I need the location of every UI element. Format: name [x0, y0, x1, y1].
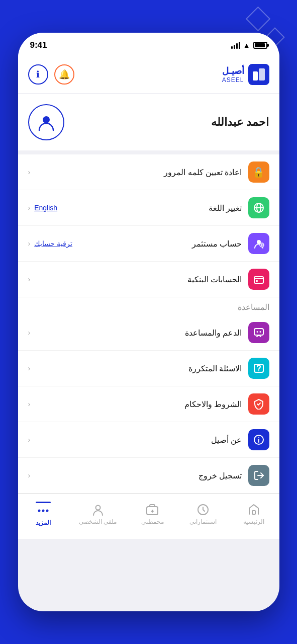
reset-password-icon: 🔒 [248, 162, 269, 183]
menu-item-left: الحسابات البنكية [187, 269, 269, 290]
investor-icon [248, 233, 269, 254]
svg-point-20 [95, 505, 100, 510]
svg-point-18 [42, 510, 44, 512]
battery-icon [253, 42, 267, 49]
status-icons: ▲ [231, 41, 267, 49]
chevron-icon: ‹ [28, 239, 31, 248]
more-icon [37, 504, 50, 517]
nav-item-home[interactable]: الرئيسية [239, 503, 269, 525]
menu-item-logout[interactable]: تسجيل خروج ‹ [18, 458, 279, 494]
chevron-icon: ‹ [28, 204, 31, 212]
faq-label: الاسئلة المتكررة [188, 364, 242, 373]
svg-rect-9 [256, 280, 258, 282]
language-right: English ‹ [28, 204, 58, 212]
signal-icon [231, 42, 240, 49]
menu-item-left: الشروط والاحكام [184, 393, 269, 415]
menu-item-bank-accounts[interactable]: الحسابات البنكية ‹ [18, 262, 279, 297]
menu-item-left: عن أصيل [211, 429, 269, 450]
svg-point-16 [258, 437, 259, 438]
svg-point-14 [258, 370, 259, 371]
profile-nav-icon [91, 503, 105, 516]
menu-item-change-language[interactable]: تغيير اللغة English ‹ [18, 190, 279, 226]
portfolio-label: محمطني [141, 518, 164, 525]
info-button[interactable]: ℹ [28, 64, 48, 85]
about-icon [248, 429, 269, 450]
home-icon [247, 503, 260, 516]
menu-content: 🔒 اعادة تعيين كلمه المرور ‹ تغيير اللغة [18, 154, 279, 494]
menu-item-investor-account[interactable]: حساب مستثمر ترقية حسابك ‹ [18, 226, 279, 262]
bank-icon [248, 269, 269, 290]
menu-item-faq[interactable]: الاسئلة المتكررة ‹ [18, 351, 279, 386]
menu-item-left: الدعم والمساعدة [185, 322, 269, 343]
profile-avatar[interactable] [28, 104, 64, 140]
nav-item-more[interactable]: المزيد [28, 502, 58, 526]
nav-item-investments[interactable]: استثماراتي [188, 503, 218, 525]
svg-rect-8 [254, 277, 263, 283]
chevron-icon: ‹ [28, 329, 31, 337]
help-section-header: المساعدة [18, 297, 279, 315]
logo-arabic: أصيـل [222, 65, 244, 76]
profile-name: احمد عبدالله [211, 116, 269, 129]
bell-icon: 🔔 [59, 69, 70, 80]
upgrade-label: ترقية حسابك [34, 239, 72, 248]
info-icon: ℹ [36, 69, 40, 80]
nav-active-indicator [36, 502, 51, 503]
chevron-icon: ‹ [28, 436, 31, 444]
logo: أصيـل ASEEL [222, 64, 269, 85]
svg-rect-0 [253, 71, 258, 80]
change-language-label: تغيير اللغة [209, 204, 242, 212]
support-label: الدعم والمساعدة [185, 328, 242, 338]
logo-text: أصيـل ASEEL [222, 65, 244, 84]
menu-item-terms[interactable]: الشروط والاحكام ‹ [18, 386, 279, 422]
investor-label: حساب مستثمر [192, 239, 242, 249]
wifi-icon: ▲ [243, 41, 250, 49]
bg-diamond-1 [246, 7, 270, 31]
investments-label: استثماراتي [189, 518, 217, 525]
investor-right: ترقية حسابك ‹ [28, 239, 73, 248]
svg-rect-1 [259, 68, 265, 80]
menu-item-left: تسجيل خروج [199, 465, 269, 486]
bottom-nav: المزيد ملفي الشخصي محمطني است [18, 494, 279, 539]
logo-icon [248, 64, 269, 85]
chevron-icon: ‹ [28, 275, 31, 283]
menu-item-left: الاسئلة المتكررة [188, 358, 269, 379]
profile-section: احمد عبدالله [18, 94, 279, 150]
language-current: English [34, 204, 57, 212]
svg-point-17 [38, 510, 40, 512]
svg-rect-23 [252, 511, 255, 514]
reset-password-label: اعادة تعيين كلمه المرور [164, 168, 242, 177]
logo-english: ASEEL [222, 76, 244, 84]
notification-button[interactable]: 🔔 [54, 64, 74, 85]
menu-item-about[interactable]: عن أصيل ‹ [18, 422, 279, 458]
menu-item-reset-password[interactable]: 🔒 اعادة تعيين كلمه المرور ‹ [18, 154, 279, 190]
status-time: 9:41 [30, 40, 47, 50]
svg-point-19 [46, 510, 48, 512]
support-icon [248, 322, 269, 343]
change-language-icon [248, 197, 269, 218]
menu-item-left: 🔒 اعادة تعيين كلمه المرور [164, 162, 269, 183]
chevron-icon: ‹ [28, 471, 31, 479]
header: ℹ 🔔 أصيـل ASEEL [18, 58, 279, 93]
language-labels: تغيير اللغة [209, 203, 242, 213]
status-bar: 9:41 ▲ [18, 33, 279, 58]
menu-item-support[interactable]: الدعم والمساعدة ‹ [18, 315, 279, 351]
more-label: المزيد [36, 519, 51, 526]
menu-item-left: حساب مستثمر [192, 233, 269, 254]
investments-icon [196, 503, 210, 516]
menu-item-left: تغيير اللغة [209, 197, 269, 218]
chevron-icon: ‹ [28, 400, 31, 408]
svg-point-12 [259, 331, 261, 333]
nav-item-profile[interactable]: ملفي الشخصي [79, 503, 117, 525]
logout-label: تسجيل خروج [199, 471, 242, 480]
profile-nav-label: ملفي الشخصي [79, 518, 117, 525]
bank-label: الحسابات البنكية [187, 275, 242, 284]
terms-label: الشروط والاحكام [184, 399, 242, 409]
header-left-icons: ℹ 🔔 [28, 64, 74, 85]
svg-rect-10 [254, 329, 263, 335]
faq-icon [248, 358, 269, 379]
svg-point-2 [43, 116, 50, 123]
logout-icon [248, 465, 269, 486]
nav-item-portfolio[interactable]: محمطني [137, 503, 167, 525]
phone-frame: 9:41 ▲ ℹ 🔔 أصيـل A [18, 33, 279, 611]
about-label: عن أصيل [211, 435, 242, 445]
